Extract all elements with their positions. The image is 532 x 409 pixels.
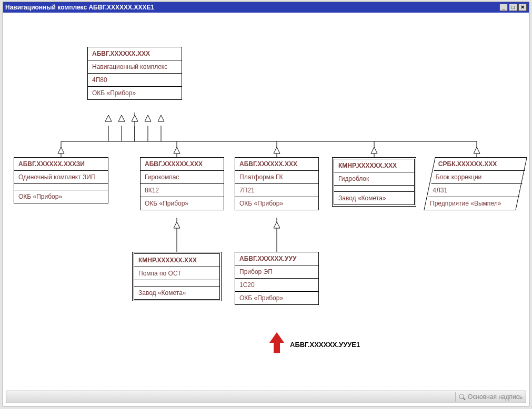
node-maker: ОКБ «Прибор»	[140, 197, 224, 210]
node-maker: Предприятие «Вымпел»	[426, 197, 517, 210]
diagram-canvas[interactable]: АБВГ.ХХХХХХ.ХХХ Навигационный комплекс 4…	[3, 13, 529, 390]
node-code	[134, 280, 219, 287]
node-hydroblock[interactable]: КМНР.ХХХХХХ.ХХХ Гидроблок Завод «Комета»	[332, 157, 416, 207]
svg-rect-26	[274, 342, 280, 353]
titlebar: Навигационный комплекс АБВГ.ХХХХХХ.ХХХЕ1…	[3, 2, 529, 13]
status-separator	[455, 392, 456, 402]
window-title: Навигационный комплекс АБВГ.ХХХХХХ.ХХХЕ1	[5, 4, 154, 11]
svg-marker-11	[474, 147, 480, 154]
svg-marker-9	[371, 147, 377, 154]
node-code: 8К12	[140, 184, 224, 197]
node-desc: Навигационный комплекс	[88, 60, 182, 74]
node-id: АБВГ.ХХХХХХ.УУУ	[235, 252, 318, 265]
svg-marker-17	[132, 115, 138, 121]
svg-marker-7	[274, 147, 280, 154]
search-box[interactable]: Основная надпись	[459, 393, 523, 401]
close-button[interactable]: ✕	[518, 4, 527, 11]
node-id: АБВГ.ХХХХХХ.ХХХЗИ	[14, 158, 108, 171]
node-maker: ОКБ «Прибор»	[235, 197, 318, 210]
svg-marker-25	[274, 222, 280, 228]
node-desc: Одиночный комплект ЗИП	[14, 171, 108, 184]
node-gyrocompass[interactable]: АБВГ.ХХХХХХ.ХХХ Гирокомпас 8К12 ОКБ «При…	[140, 157, 224, 210]
svg-marker-19	[145, 115, 151, 121]
highlight-arrow-icon	[269, 332, 284, 353]
node-maker: Завод «Комета»	[334, 192, 414, 204]
node-code	[14, 184, 108, 190]
search-placeholder: Основная надпись	[468, 393, 523, 401]
node-maker: ОКБ «Прибор»	[235, 292, 318, 304]
svg-marker-21	[158, 115, 164, 121]
svg-marker-23	[174, 222, 180, 228]
svg-marker-5	[174, 147, 180, 154]
node-ost-pump[interactable]: КМНР.ХХХХХХ.ХХХ Помпа по ОСТ Завод «Коме…	[132, 252, 222, 301]
maximize-button[interactable]: □	[509, 4, 517, 11]
node-desc: Гидроблок	[334, 172, 414, 186]
node-gk-platform[interactable]: АБВГ.ХХХХХХ.ХХХ Платформа ГК 7П21 ОКБ «П…	[235, 157, 319, 210]
node-id: КМНР.ХХХХХХ.ХХХ	[334, 159, 414, 172]
node-maker: Завод «Комета»	[134, 287, 219, 299]
svg-marker-3	[58, 147, 64, 154]
node-desc: Помпа по ОСТ	[134, 267, 219, 280]
node-code	[334, 186, 414, 192]
svg-marker-13	[105, 115, 112, 121]
node-id: АБВГ.ХХХХХХ.ХХХ	[140, 158, 224, 171]
minimize-button[interactable]: _	[499, 4, 508, 11]
node-code: 1С20	[235, 279, 318, 292]
node-id: АБВГ.ХХХХХХ.ХХХ	[235, 158, 318, 171]
svg-marker-15	[118, 115, 125, 121]
node-maker: ОКБ «Прибор»	[14, 190, 108, 203]
svg-marker-27	[269, 332, 284, 343]
status-bar: Основная надпись	[6, 391, 526, 403]
node-desc: Прибор ЭП	[235, 265, 318, 279]
annotation-label: АБВГ.ХХХХХХ.УУУЕ1	[290, 341, 360, 349]
app-window: Навигационный комплекс АБВГ.ХХХХХХ.ХХХЕ1…	[3, 2, 529, 406]
node-desc: Блок коррекции	[431, 171, 523, 184]
node-correction-block[interactable]: СРБК.ХХХХХХ.ХХХ Блок коррекции 4Л31 Пред…	[429, 157, 521, 210]
node-code: 7П21	[235, 184, 318, 197]
node-code: 4Л31	[428, 184, 519, 197]
node-desc: Гирокомпас	[140, 171, 224, 184]
window-controls: _ □ ✕	[499, 4, 527, 11]
node-single-zip-kit[interactable]: АБВГ.ХХХХХХ.ХХХЗИ Одиночный комплект ЗИП…	[14, 157, 108, 203]
node-id: СРБК.ХХХХХХ.ХХХ	[434, 158, 525, 171]
node-maker: ОКБ «Прибор»	[88, 87, 182, 99]
node-code: 4П80	[88, 74, 182, 87]
node-desc: Платформа ГК	[235, 171, 318, 184]
search-icon	[459, 394, 465, 400]
node-navigation-complex[interactable]: АБВГ.ХХХХХХ.ХХХ Навигационный комплекс 4…	[87, 47, 182, 100]
node-id: КМНР.ХХХХХХ.ХХХ	[134, 254, 219, 267]
node-id: АБВГ.ХХХХХХ.ХХХ	[88, 47, 182, 60]
node-ep-device[interactable]: АБВГ.ХХХХХХ.УУУ Прибор ЭП 1С20 ОКБ «Приб…	[235, 252, 319, 305]
